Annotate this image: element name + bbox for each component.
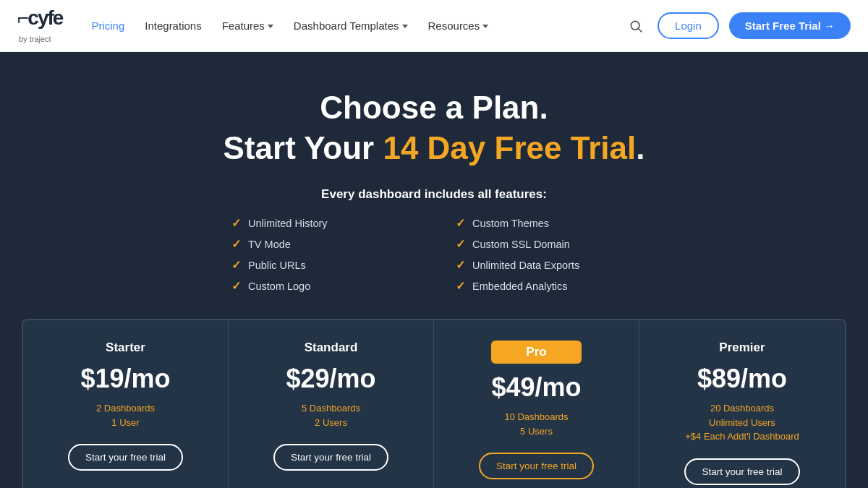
plan-standard: Standard $29/mo 5 Dashboards 2 Users Sta…: [229, 320, 434, 488]
nav-dashboard-templates[interactable]: Dashboard Templates: [294, 20, 408, 32]
check-icon-public-urls: ✓: [231, 258, 241, 272]
nav-integrations[interactable]: Integrations: [145, 20, 201, 32]
hero-title-line2: Start Your 14 Day Free Trial.: [14, 129, 854, 168]
features-header: Every dashboard includes all features:: [14, 187, 854, 202]
features-chevron-icon: [268, 25, 273, 28]
logo[interactable]: ⌐cyfe by traject: [17, 8, 62, 43]
check-icon-embedded-analytics: ✓: [456, 279, 465, 293]
starter-label-wrapper: Starter: [38, 341, 213, 355]
plan-premier: Premier $89/mo 20 Dashboards Unlimited U…: [639, 320, 845, 488]
pro-cta-button[interactable]: Start your free trial: [479, 453, 594, 479]
pro-details: 10 Dashboards 5 Users: [504, 410, 568, 438]
check-icon-custom-themes: ✓: [456, 216, 465, 230]
premier-cta-button[interactable]: Start your free trial: [684, 458, 799, 485]
starter-cta-button[interactable]: Start your free trial: [68, 444, 183, 471]
pro-plan-label: Pro: [491, 341, 581, 364]
feature-label: Public URLs: [248, 260, 306, 271]
dashboard-templates-chevron-icon: [402, 25, 408, 28]
feature-data-exports: ✓ Unlimited Data Exports: [456, 258, 637, 272]
standard-cta-button[interactable]: Start your free trial: [273, 444, 388, 471]
standard-price: $29/mo: [286, 364, 375, 394]
plan-pro: Pro $49/mo 10 Dashboards 5 Users Start y…: [434, 320, 639, 488]
logo-subtitle: by traject: [19, 35, 51, 43]
feature-custom-themes: ✓ Custom Themes: [456, 216, 637, 230]
feature-public-urls: ✓ Public URLs: [231, 258, 412, 272]
feature-embedded-analytics: ✓ Embedded Analytics: [456, 279, 637, 293]
feature-custom-ssl: ✓ Custom SSL Domain: [456, 237, 637, 251]
check-icon-unlimited-history: ✓: [231, 216, 241, 230]
check-icon-tv-mode: ✓: [231, 237, 241, 251]
feature-tv-mode: ✓ TV Mode: [231, 237, 412, 251]
premier-label-wrapper: Premier: [654, 341, 830, 355]
feature-label: Embedded Analytics: [472, 281, 567, 292]
pricing-grid: Starter $19/mo 2 Dashboards 1 User Start…: [22, 319, 846, 488]
feature-label: Custom Themes: [472, 218, 549, 229]
nav-features[interactable]: Features: [222, 20, 273, 32]
resources-chevron-icon: [482, 25, 488, 28]
feature-label: Unlimited History: [248, 218, 328, 229]
nav-right: Login Start Free Trial →: [624, 12, 851, 39]
pro-price: $49/mo: [491, 372, 581, 403]
starter-price: $19/mo: [80, 364, 170, 394]
check-icon-custom-ssl: ✓: [456, 237, 465, 251]
pricing-section: Starter $19/mo 2 Dashboards 1 User Start…: [0, 319, 868, 488]
feature-label: Custom SSL Domain: [472, 239, 570, 250]
starter-details: 2 Dashboards 1 User: [96, 401, 155, 429]
standard-details: 5 Dashboards 2 Users: [302, 401, 360, 429]
feature-label: Unlimited Data Exports: [472, 260, 579, 271]
search-icon: [629, 19, 643, 33]
pro-label-wrapper: Pro: [448, 341, 624, 364]
hero-title-normal: Start Your: [224, 130, 383, 166]
hero-title-highlight: 14 Day Free Trial: [383, 130, 636, 166]
navbar: ⌐cyfe by traject Pricing Integrations Fe…: [0, 0, 868, 52]
feature-label: TV Mode: [248, 239, 291, 250]
nav-resources[interactable]: Resources: [428, 20, 489, 32]
svg-point-0: [631, 21, 639, 30]
features-grid: ✓ Unlimited History ✓ Custom Themes ✓ TV…: [231, 216, 637, 293]
standard-plan-label: Standard: [305, 341, 358, 355]
feature-label: Custom Logo: [248, 281, 310, 292]
logo-icon: ⌐cyfe: [17, 8, 62, 28]
nav-pricing[interactable]: Pricing: [91, 20, 124, 32]
hero-title-end: .: [636, 130, 644, 166]
standard-label-wrapper: Standard: [243, 341, 419, 355]
feature-custom-logo: ✓ Custom Logo: [231, 279, 412, 293]
hero-section: Choose a Plan. Start Your 14 Day Free Tr…: [0, 52, 868, 293]
svg-line-1: [639, 28, 642, 32]
check-icon-data-exports: ✓: [456, 258, 465, 272]
check-icon-custom-logo: ✓: [231, 279, 241, 293]
start-free-trial-button[interactable]: Start Free Trial →: [729, 12, 851, 39]
search-button[interactable]: [624, 14, 647, 38]
login-button[interactable]: Login: [658, 12, 719, 39]
premier-price: $89/mo: [697, 364, 787, 394]
premier-details: 20 Dashboards Unlimited Users +$4 Each A…: [685, 401, 799, 444]
starter-plan-label: Starter: [106, 341, 145, 355]
premier-plan-label: Premier: [719, 341, 765, 355]
feature-unlimited-history: ✓ Unlimited History: [231, 216, 412, 230]
nav-links: Pricing Integrations Features Dashboard …: [91, 20, 624, 32]
hero-title-line1: Choose a Plan.: [14, 90, 854, 127]
plan-starter: Starter $19/mo 2 Dashboards 1 User Start…: [23, 320, 229, 488]
